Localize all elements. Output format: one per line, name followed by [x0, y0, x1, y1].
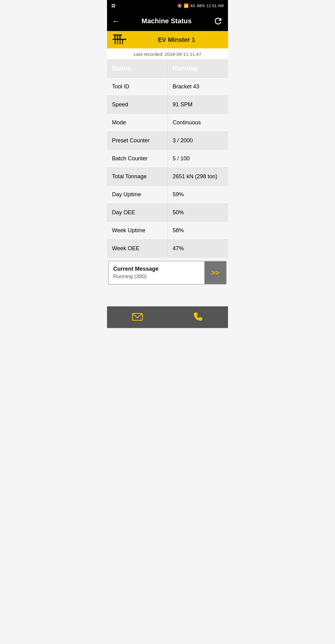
- row-label: Batch Counter: [107, 150, 168, 168]
- current-message-value: Running (300): [113, 273, 200, 280]
- mute-icon: 🔇: [177, 3, 182, 8]
- row-value: 50%: [168, 204, 228, 222]
- machine-logo-icon: [112, 34, 127, 46]
- envelope-icon: [132, 311, 143, 324]
- table-row: Preset Counter3 / 2000: [107, 132, 228, 150]
- row-label: Day OEE: [107, 204, 168, 222]
- table-row: Batch Counter5 / 100: [107, 150, 228, 168]
- machine-name: EV Minster 1: [130, 36, 223, 43]
- row-label: Tool ID: [107, 78, 168, 96]
- email-button[interactable]: [107, 306, 168, 328]
- row-value: 47%: [168, 240, 228, 258]
- row-label: Day Uptime: [107, 186, 168, 204]
- row-label: Speed: [107, 96, 168, 114]
- app-header: ← Machine Status: [107, 11, 228, 31]
- last-recorded: Last recorded: 2018-09-11 11:47: [107, 48, 228, 59]
- machine-header: EV Minster 1: [107, 31, 228, 48]
- refresh-icon: [213, 16, 223, 26]
- back-button[interactable]: ←: [112, 16, 120, 26]
- status-bar-left-icon: 🖼: [111, 3, 115, 8]
- table-row: Week OEE47%: [107, 240, 228, 258]
- refresh-button[interactable]: [213, 16, 223, 26]
- table-row: Day Uptime59%: [107, 186, 228, 204]
- wifi-icon: 📶: [184, 3, 189, 8]
- row-value: 3 / 2000: [168, 132, 228, 150]
- current-message-content: Current Message Running (300): [109, 261, 204, 284]
- table-row: Day OEE50%: [107, 204, 228, 222]
- battery-label: 88%: [197, 3, 205, 8]
- status-bar-right: 🔇 📶 4G 88% 11:51 AM: [177, 3, 224, 8]
- time-label: 11:51 AM: [207, 3, 224, 8]
- svg-rect-3: [113, 34, 122, 36]
- phone-button[interactable]: [168, 306, 228, 328]
- current-message-title: Current Message: [113, 266, 200, 272]
- table-row: Total Tonnage2651 kN (298 ton): [107, 168, 228, 186]
- machine-logo: [112, 33, 127, 46]
- phone-icon: [192, 311, 204, 324]
- row-value: Continuous: [168, 114, 228, 132]
- row-value: 59%: [168, 186, 228, 204]
- spacer: [107, 288, 228, 306]
- status-header-row: Status Running: [107, 59, 228, 78]
- table-row: ModeContinuous: [107, 114, 228, 132]
- page-title: Machine Status: [120, 17, 213, 25]
- table-row: Speed91 SPM: [107, 96, 228, 114]
- table-row: Tool IDBracket 43: [107, 78, 228, 96]
- row-value: 2651 kN (298 ton): [168, 168, 228, 186]
- row-label: Week OEE: [107, 240, 168, 258]
- network-label: 4G: [190, 3, 195, 8]
- current-message-section: Current Message Running (300) >>: [108, 261, 227, 285]
- row-value: Bracket 43: [168, 78, 228, 96]
- table-row: Week Uptime58%: [107, 222, 228, 240]
- bottom-nav: [107, 306, 228, 328]
- svg-rect-4: [113, 39, 126, 40]
- row-label: Total Tonnage: [107, 168, 168, 186]
- current-message-button[interactable]: >>: [204, 261, 226, 284]
- status-label: Status: [107, 59, 168, 78]
- row-label: Week Uptime: [107, 222, 168, 240]
- row-label: Preset Counter: [107, 132, 168, 150]
- row-value: 91 SPM: [168, 96, 228, 114]
- row-value: 58%: [168, 222, 228, 240]
- row-label: Mode: [107, 114, 168, 132]
- status-bar: 🖼 🔇 📶 4G 88% 11:51 AM: [107, 0, 228, 11]
- status-table: Status Running Tool IDBracket 43Speed91 …: [107, 59, 228, 258]
- status-value: Running: [168, 59, 228, 78]
- row-value: 5 / 100: [168, 150, 228, 168]
